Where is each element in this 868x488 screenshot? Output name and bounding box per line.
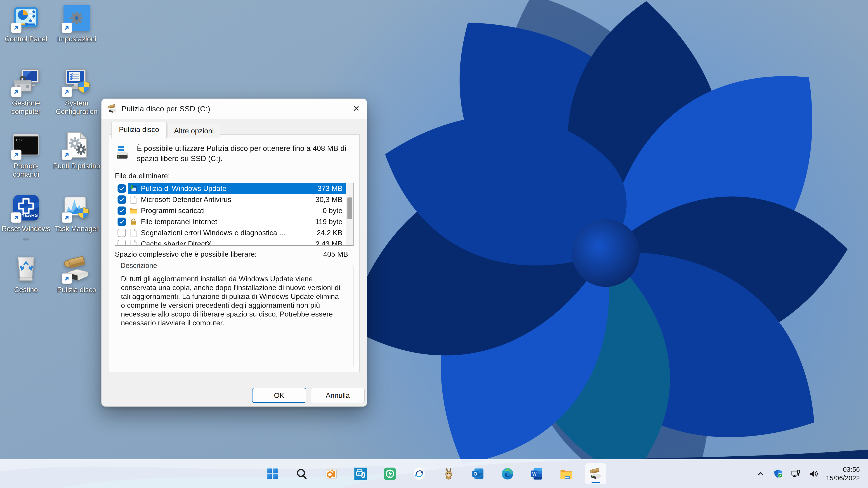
file-row-defender-antivirus[interactable]: Microsoft Defender Antivirus 30,3 MB xyxy=(115,194,346,205)
desktop-icon-task-manager[interactable]: Task Manager xyxy=(51,193,102,233)
volume-icon[interactable] xyxy=(808,468,819,479)
emule-app-icon xyxy=(442,467,455,480)
taskbar-app-photos[interactable] xyxy=(320,463,342,484)
command-prompt-icon: C:\_ xyxy=(11,131,40,160)
printer-app-icon xyxy=(354,467,367,480)
desktop-icon-label: Punti Ripristino xyxy=(51,162,102,170)
recycle-bin-icon xyxy=(11,254,40,283)
files-listbox: Pulizia di Windows Update 373 MB Microso… xyxy=(115,183,353,246)
clock-time: 03:56 xyxy=(826,465,860,474)
taskbar-app-edge[interactable] xyxy=(497,463,518,484)
ok-button[interactable]: OK xyxy=(252,388,306,403)
checkbox-unchecked[interactable] xyxy=(118,240,126,246)
windows-security-icon[interactable] xyxy=(773,468,783,479)
hidden-icons-chevron[interactable] xyxy=(755,468,766,479)
disk-cleanup-icon xyxy=(62,254,91,283)
checkbox-checked[interactable] xyxy=(118,184,126,193)
desktop-icon-label: Prompt-comandi xyxy=(1,162,51,178)
desktop-icon-pulizia-disco[interactable]: Pulizia disco xyxy=(51,254,102,294)
shortcut-arrow-icon xyxy=(11,150,22,160)
file-explorer-icon xyxy=(560,467,573,480)
taskbar-app-sync[interactable] xyxy=(409,463,430,484)
search-icon xyxy=(295,467,308,480)
computer-management-icon xyxy=(11,68,40,97)
desktop-icon-label: Gestione computer xyxy=(1,99,51,116)
file-row-file-temporanei-internet[interactable]: File temporanei Internet 119 byte xyxy=(115,216,346,227)
desktop-icon-label: Impostazioni xyxy=(51,35,102,43)
power-app-icon xyxy=(383,467,397,480)
desktop-icon-prompt-comandi[interactable]: C:\_ Prompt-comandi xyxy=(1,131,51,178)
disk-cleanup-icon xyxy=(107,104,117,113)
folder-icon xyxy=(129,206,138,215)
total-space-value: 405 MB xyxy=(323,250,353,258)
windows-update-cleanup-icon xyxy=(129,184,138,193)
padlock-icon xyxy=(129,218,138,226)
taskbar-app-word[interactable]: W xyxy=(526,463,548,484)
shortcut-arrow-icon xyxy=(62,23,72,33)
taskbar: O W xyxy=(0,459,868,488)
description-groupbox: Descrizione Di tutti gli aggiornamenti i… xyxy=(115,266,353,368)
taskbar-app-disk-cleanup[interactable] xyxy=(585,463,606,484)
taskbar-app-outlook[interactable]: O xyxy=(467,463,489,484)
disk-cleanup-icon xyxy=(589,467,602,480)
scrollbar-thumb[interactable] xyxy=(347,197,352,219)
taskbar-app-emule[interactable] xyxy=(438,463,459,484)
file-row-segnalazioni-errori[interactable]: Segnalazioni errori Windows e diagnostic… xyxy=(115,227,346,238)
shortcut-arrow-icon xyxy=(62,150,72,160)
desktop-icon-impostazioni[interactable]: Impostazioni xyxy=(51,4,102,43)
outlook-letter: O xyxy=(473,471,477,477)
system-tray: 03:56 15/06/2022 xyxy=(755,459,868,488)
total-space-label: Spazio complessivo che è possibile liber… xyxy=(115,250,323,258)
checkbox-checked[interactable] xyxy=(118,206,126,215)
desktop-icon-punti-ripristino[interactable]: Punti Ripristino xyxy=(51,131,102,170)
prompt-screen-text: C:\_ xyxy=(16,138,25,142)
word-letter: W xyxy=(532,471,537,477)
restore-points-icon xyxy=(62,131,91,160)
file-icon xyxy=(129,195,138,204)
taskbar-app-power[interactable] xyxy=(379,463,401,484)
description-text: Di tutti gli aggiornamenti installati da… xyxy=(115,266,353,327)
photos-app-icon xyxy=(324,467,338,480)
checkbox-checked[interactable] xyxy=(118,218,126,226)
network-ethernet-icon[interactable] xyxy=(791,468,801,479)
dialog-titlebar[interactable]: Pulizia disco per SSD (C:) ✕ xyxy=(101,99,367,119)
taskbar-app-printer[interactable] xyxy=(350,463,371,484)
tab-strip: Pulizia disco Altre opzioni xyxy=(112,121,220,138)
shortcut-arrow-icon xyxy=(62,213,72,223)
cancel-button[interactable]: Annulla xyxy=(311,388,365,403)
desktop-icon-label: Task Manager xyxy=(51,225,102,233)
task-manager-icon xyxy=(62,193,91,222)
tab-altre-opzioni[interactable]: Altre opzioni xyxy=(167,124,220,138)
reset-badge-text: YEARS xyxy=(22,213,38,218)
checkbox-checked[interactable] xyxy=(118,195,126,204)
desktop-icon-system-configuration[interactable]: System Configuration xyxy=(51,68,102,116)
file-icon xyxy=(129,240,138,246)
clock[interactable]: 03:56 15/06/2022 xyxy=(826,465,860,482)
desktop-icon-control-panel[interactable]: Control Panel xyxy=(1,4,51,43)
start-button[interactable] xyxy=(262,463,283,484)
intro-text: È possibile utilizzare Pulizia disco per… xyxy=(137,143,352,164)
file-row-windows-update-cleanup[interactable]: Pulizia di Windows Update 373 MB xyxy=(115,183,346,194)
shortcut-arrow-icon xyxy=(62,273,72,284)
description-title: Descrizione xyxy=(118,262,159,270)
file-row-cache-shader-directx[interactable]: Cache shader DirectX 2,43 MB xyxy=(115,238,346,246)
file-icon xyxy=(129,229,138,237)
reset-windows-icon: YEARS xyxy=(11,193,40,222)
desktop-icon-cestino[interactable]: Cestino xyxy=(1,254,51,294)
shortcut-arrow-icon xyxy=(11,213,22,223)
taskbar-app-file-explorer[interactable] xyxy=(556,463,577,484)
file-row-programmi-scaricati[interactable]: Programmi scaricati 0 byte xyxy=(115,205,346,216)
windows-start-icon xyxy=(266,467,279,480)
clock-date: 15/06/2022 xyxy=(826,474,860,482)
settings-icon xyxy=(62,4,91,33)
desktop-icon-gestione-computer[interactable]: Gestione computer xyxy=(1,68,51,116)
tab-pulizia-disco[interactable]: Pulizia disco xyxy=(112,122,166,138)
close-button[interactable]: ✕ xyxy=(346,99,367,119)
word-app-icon: W xyxy=(530,467,544,480)
desktop-icon-reset-windows[interactable]: YEARS Reset Windows ... xyxy=(1,193,51,241)
dialog-title: Pulizia disco per SSD (C:) xyxy=(121,104,210,113)
vertical-scrollbar[interactable] xyxy=(346,183,353,246)
checkbox-unchecked[interactable] xyxy=(118,229,126,237)
desktop-icon-label: Reset Windows ... xyxy=(1,225,51,241)
search-button[interactable] xyxy=(291,463,312,484)
